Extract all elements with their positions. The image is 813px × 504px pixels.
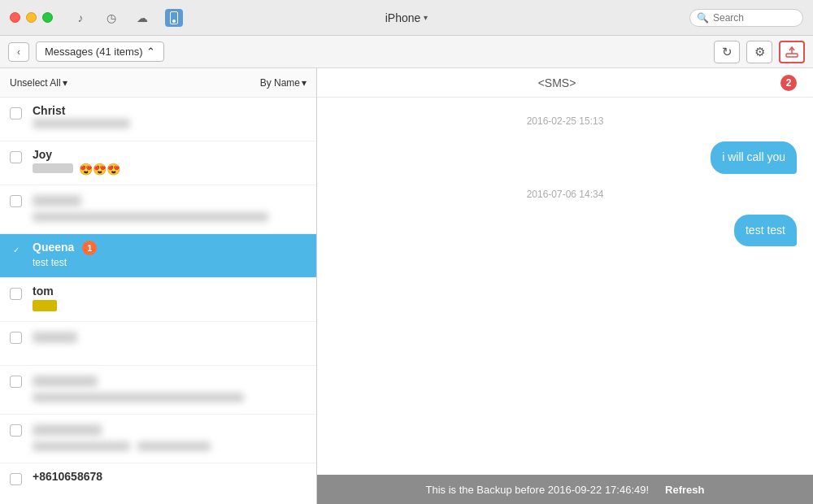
svg-rect-0 <box>786 54 798 57</box>
contact-preview <box>33 332 307 345</box>
checkbox-wrap[interactable] <box>10 332 26 344</box>
iphone-icon <box>165 9 183 27</box>
checkbox-wrap[interactable] <box>10 195 26 207</box>
contact-preview <box>33 299 307 311</box>
contact-info <box>33 192 307 224</box>
checkbox-unknown3[interactable] <box>10 376 22 388</box>
unselect-all-label: Unselect All <box>10 77 61 89</box>
unselect-all-button[interactable]: Unselect All ▾ <box>10 77 67 89</box>
checkbox-joy[interactable] <box>10 151 22 163</box>
checkbox-wrap[interactable] <box>10 424 26 437</box>
search-icon: 🔍 <box>697 12 709 24</box>
messages-label: Messages (41 items) <box>45 46 143 58</box>
contact-info: tom <box>33 285 307 311</box>
checkbox-wrap[interactable] <box>10 244 26 256</box>
backup-status-text: This is the Backup before 2016-09-22 17:… <box>425 484 649 496</box>
contact-preview <box>33 195 307 209</box>
contact-preview-2 <box>33 212 307 224</box>
badge-2: 2 <box>780 75 797 91</box>
checkbox-tom[interactable] <box>10 288 22 300</box>
unselect-dropdown-arrow: ▾ <box>63 77 67 89</box>
nav-bar: ‹ Messages (41 items) ⌃ ↻ ⚙ <box>0 36 813 68</box>
left-panel: Unselect All ▾ By Name ▾ Christ <box>0 68 317 504</box>
status-bar: This is the Backup before 2016-09-22 17:… <box>317 475 813 504</box>
contact-preview <box>33 424 307 438</box>
contact-preview <box>33 119 307 131</box>
minimize-button[interactable] <box>26 12 37 23</box>
message-bubble: i will call you <box>711 141 797 174</box>
sort-by-name-button[interactable]: By Name ▾ <box>260 77 307 89</box>
list-toolbar: Unselect All ▾ By Name ▾ <box>0 68 316 98</box>
nav-left: ‹ Messages (41 items) ⌃ <box>8 41 164 62</box>
time-icon: ◷ <box>103 10 120 26</box>
contact-name: Joy <box>33 148 307 161</box>
checkbox-christ[interactable] <box>10 107 22 119</box>
nav-right: ↻ ⚙ <box>714 41 805 63</box>
main-layout: Unselect All ▾ By Name ▾ Christ <box>0 68 813 504</box>
contact-name: Christ <box>33 104 307 117</box>
contact-info <box>33 421 307 454</box>
list-item-phone[interactable]: +8610658678 <box>0 463 316 504</box>
messages-dropdown[interactable]: Messages (41 items) ⌃ <box>36 41 164 62</box>
maximize-button[interactable] <box>42 12 53 23</box>
window-icons: ♪ ◷ ☁ <box>72 9 183 27</box>
badge-1: 1 <box>82 241 97 255</box>
messages-dropdown-arrow: ⌃ <box>146 46 155 58</box>
search-input[interactable] <box>713 12 796 24</box>
music-icon: ♪ <box>72 10 89 26</box>
window-title[interactable]: iPhone ▾ <box>385 11 428 24</box>
list-item[interactable] <box>0 185 316 234</box>
contact-list: Christ Joy 😍😍😍 <box>0 98 316 504</box>
checkbox-phone[interactable] <box>10 473 22 485</box>
checkbox-wrap[interactable] <box>10 376 26 388</box>
sms-tag: <SMS> <box>538 76 576 89</box>
list-item[interactable]: Christ <box>0 98 316 141</box>
bubble-row: test test <box>333 215 797 247</box>
export-button[interactable] <box>779 41 805 63</box>
refresh-button[interactable]: Refresh <box>665 484 704 496</box>
checkbox-wrap[interactable] <box>10 151 26 163</box>
title-text: iPhone <box>385 11 421 24</box>
contact-name: Queena 1 <box>33 241 307 255</box>
checkbox-wrap[interactable] <box>10 473 26 485</box>
checkbox-unknown1[interactable] <box>10 195 22 207</box>
cloud-icon: ☁ <box>134 10 150 26</box>
search-bar[interactable]: 🔍 <box>689 9 803 27</box>
sort-arrow: ▾ <box>302 77 307 89</box>
checkbox-queena[interactable] <box>10 244 22 256</box>
list-item[interactable] <box>0 415 316 463</box>
contact-info <box>33 328 307 345</box>
checkbox-wrap[interactable] <box>10 107 26 119</box>
refresh-nav-button[interactable]: ↻ <box>714 41 740 63</box>
timestamp: 2016-02-25 15:13 <box>333 115 797 127</box>
list-item-queena[interactable]: Queena 1 test test <box>0 234 316 278</box>
checkbox-unknown4[interactable] <box>10 424 22 437</box>
contact-preview <box>33 376 307 389</box>
chat-header: <SMS> 2 <box>317 68 813 98</box>
checkbox-unknown2[interactable] <box>10 332 22 344</box>
bubble-row: i will call you <box>333 141 797 174</box>
export-icon <box>785 46 798 59</box>
list-item[interactable] <box>0 366 316 415</box>
settings-button[interactable]: ⚙ <box>746 41 772 63</box>
list-item[interactable]: Joy 😍😍😍 <box>0 141 316 185</box>
sort-label: By Name <box>260 77 300 89</box>
close-button[interactable] <box>10 12 20 23</box>
contact-preview: test test <box>33 257 307 268</box>
contact-info: Joy 😍😍😍 <box>33 148 307 176</box>
list-item-tom[interactable]: tom <box>0 278 316 322</box>
contact-preview-2 <box>33 441 307 454</box>
list-item[interactable] <box>0 322 316 366</box>
checkbox-wrap[interactable] <box>10 288 26 300</box>
contact-name: +8610658678 <box>33 470 307 483</box>
back-button[interactable]: ‹ <box>8 42 29 62</box>
right-panel: <SMS> 2 2016-02-25 15:13 i will call you… <box>317 68 813 504</box>
traffic-lights <box>10 12 53 23</box>
message-bubble: test test <box>734 215 797 247</box>
chat-body: 2016-02-25 15:13 i will call you 2016-07… <box>317 98 813 475</box>
contact-preview-2 <box>33 393 307 405</box>
contact-preview: 😍😍😍 <box>33 163 307 176</box>
title-bar: ♪ ◷ ☁ iPhone ▾ 🔍 <box>0 0 813 36</box>
contact-info <box>33 372 307 405</box>
title-dropdown-arrow: ▾ <box>424 13 428 22</box>
